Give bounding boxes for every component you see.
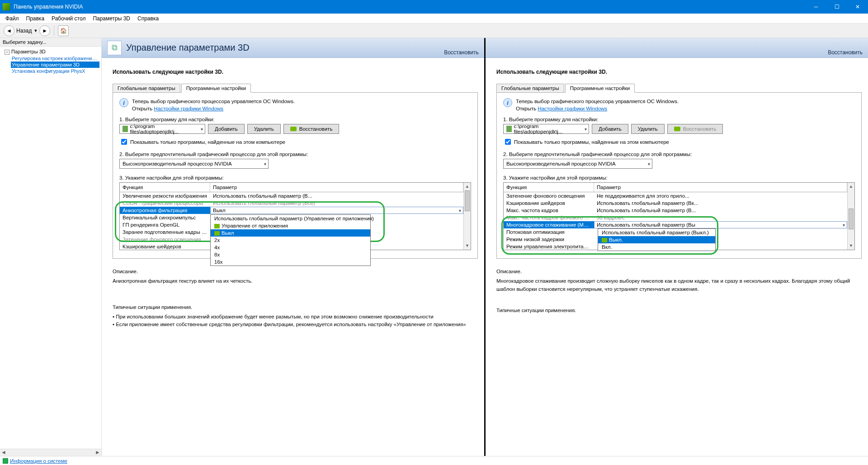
forward-button[interactable]: ►	[39, 25, 50, 36]
dropdown-option[interactable]: 4x	[211, 244, 370, 251]
th-function[interactable]: Функция	[120, 183, 210, 192]
page-header-right: Восстановить	[486, 38, 868, 58]
restore-defaults-link-right[interactable]: Восстановить	[828, 49, 863, 56]
menu-desktop[interactable]: Рабочий стол	[48, 14, 89, 23]
show-only-checkbox-right[interactable]	[505, 139, 511, 145]
windows-graphics-link[interactable]: Настройки графики Windows	[154, 106, 223, 111]
back-dropdown-icon[interactable]: ▼	[33, 28, 38, 33]
dropdown-option[interactable]: Использовать глобальный параметр (Управл…	[211, 215, 370, 222]
description-right: Описание. Многокадровое сглаживание прои…	[496, 268, 862, 314]
show-only-checkbox[interactable]	[121, 139, 127, 145]
menu-3d[interactable]: Параметры 3D	[89, 14, 134, 23]
page-title: Управление параметрами 3D	[126, 43, 250, 53]
main-area: ⧉ Управление параметрами 3D Восстановить…	[102, 38, 868, 456]
sidebar: Выберите задачу... −Параметры 3D Регулир…	[0, 38, 102, 456]
menu-edit[interactable]: Правка	[23, 14, 48, 23]
tab-content-right: i Теперь выбор графического процессора у…	[496, 93, 862, 259]
table-vscroll[interactable]: ▲▼	[463, 183, 471, 250]
dropdown-option[interactable]: Выкл.	[598, 236, 715, 243]
step2-label: 2. Выберите предпочтительный графический…	[119, 152, 471, 157]
minimize-button[interactable]: ─	[806, 0, 826, 14]
statusbar: Информация о системе	[0, 456, 868, 465]
show-only-check-right[interactable]: Показывать только программы, найденные н…	[503, 138, 855, 146]
toolbar: ◄ Назад ▼ ► 🏠	[0, 24, 868, 38]
th-parameter[interactable]: Параметр	[210, 183, 463, 192]
step3-label-right: 3. Укажите настройки для этой программы:	[503, 175, 855, 180]
back-button[interactable]: ◄ Назад ▼	[4, 25, 38, 36]
intro-text: Использовать следующие настройки 3D.	[113, 69, 478, 75]
dropdown-option[interactable]: 2x	[211, 237, 370, 244]
restore-program-button-right[interactable]: Восстановить	[667, 124, 723, 134]
info-text-right: Теперь выбор графического процессора упр…	[516, 98, 679, 112]
tree-collapse-icon[interactable]: −	[5, 50, 9, 55]
tab-program-right[interactable]: Программные настройки	[565, 84, 635, 93]
intro-text-right: Использовать следующие настройки 3D.	[496, 69, 862, 75]
dropdown-option[interactable]: Управление от приложения	[211, 222, 370, 229]
task-tree: −Параметры 3D Регулировка настроек изобр…	[0, 47, 101, 449]
titlebar: Панель управления NVIDIA ─ ☐ ✕	[0, 0, 868, 14]
sidebar-title: Выберите задачу...	[0, 38, 101, 47]
dropdown-option[interactable]: Выкл	[211, 229, 370, 237]
toolbar-separator	[54, 26, 54, 36]
settings-tabs-right: Глобальные параметры Программные настрой…	[496, 83, 862, 93]
home-button[interactable]: 🏠	[58, 25, 69, 36]
tree-item-image-adjust[interactable]: Регулировка настроек изображения с п	[11, 55, 99, 62]
dropdown-option[interactable]: 8x	[211, 251, 370, 258]
mfaa-dropdown[interactable]: Использовать глобальный параметр (Выкл.)…	[598, 228, 716, 251]
tree-root-3d[interactable]: −Параметры 3D	[4, 48, 99, 55]
back-label: Назад	[16, 28, 32, 34]
windows-graphics-link-right[interactable]: Настройки графики Windows	[538, 106, 607, 111]
close-button[interactable]: ✕	[847, 0, 868, 14]
show-only-check[interactable]: Показывать только программы, найденные н…	[119, 138, 471, 146]
table-row[interactable]: CUDA - графические процессорыИспользоват…	[120, 199, 463, 207]
step1-label: 1. Выберите программу для настройки:	[119, 117, 471, 122]
table-header-right: Функция Параметр	[504, 183, 847, 192]
restore-defaults-link[interactable]: Восстановить	[444, 49, 479, 56]
remove-button[interactable]: Удалить	[247, 124, 281, 134]
add-button[interactable]: Добавить	[208, 124, 245, 134]
remove-button-right[interactable]: Удалить	[631, 124, 665, 134]
table-row[interactable]: Макс. частота кадровИспользовать глобаль…	[504, 207, 847, 214]
window-title: Панель управления NVIDIA	[14, 4, 806, 10]
tab-content: i Теперь выбор графического процессора у…	[113, 93, 478, 259]
tab-global-right[interactable]: Глобальные параметры	[496, 84, 564, 93]
settings-tabs: Глобальные параметры Программные настрой…	[113, 83, 478, 93]
th-parameter-right[interactable]: Параметр	[594, 183, 847, 192]
table-vscroll-right[interactable]: ▲▼	[847, 183, 855, 250]
dropdown-option[interactable]: Использовать глобальный параметр (Выкл.)	[598, 229, 715, 236]
sysinfo-icon	[3, 458, 8, 464]
tab-program[interactable]: Программные настройки	[181, 84, 251, 93]
tree-item-manage-3d[interactable]: Управление параметрами 3D	[11, 62, 99, 68]
system-info-link[interactable]: Информация о системе	[10, 458, 67, 464]
info-text: Теперь выбор графического процессора упр…	[132, 98, 295, 112]
table-row[interactable]: Многокадровое сглаживание (MFAA)Использо…	[504, 221, 847, 228]
table-row[interactable]: Увеличение резкости изображенияИспользов…	[120, 192, 463, 199]
tab-global[interactable]: Глобальные параметры	[113, 84, 180, 93]
page-header-icon: ⧉	[107, 41, 122, 55]
menu-help[interactable]: Справка	[134, 14, 162, 23]
sidebar-hscroll[interactable]: ◄►	[0, 449, 101, 456]
tree-item-physx[interactable]: Установка конфигурации PhysX	[11, 68, 99, 74]
description-left: Описание. Анизотропная фильтрация тексту…	[113, 268, 478, 328]
program-combo-right[interactable]: c:\program files\adoptopenjdk\j...	[503, 124, 589, 134]
dropdown-option[interactable]: Вкл.	[598, 243, 715, 251]
program-combo[interactable]: c:\program files\adoptopenjdk\j...	[119, 124, 205, 134]
table-row[interactable]: Затенение фонового освещенияНе поддержив…	[504, 192, 847, 199]
maximize-button[interactable]: ☐	[826, 0, 847, 14]
page-header-left: ⧉ Управление параметрами 3D Восстановить	[102, 38, 484, 58]
info-icon-right: i	[503, 98, 512, 107]
table-row[interactable]: Макс. частота кадров фонового прило...30…	[504, 214, 847, 221]
aniso-dropdown[interactable]: Использовать глобальный параметр (Управл…	[210, 214, 371, 266]
menu-file[interactable]: Файл	[2, 14, 23, 23]
dropdown-option[interactable]: 16x	[211, 258, 370, 266]
info-icon: i	[119, 98, 128, 107]
gpu-combo-right[interactable]: Высокопроизводительный процессор NVIDIA	[503, 159, 652, 169]
table-row[interactable]: Анизотропная фильтрацияВыкл	[120, 207, 463, 214]
add-button-right[interactable]: Добавить	[592, 124, 628, 134]
step3-label: 3. Укажите настройки для этой программы:	[119, 175, 471, 180]
table-row[interactable]: Кэширование шейдеровИспользовать глобаль…	[504, 199, 847, 207]
nvidia-logo-icon	[3, 3, 10, 10]
restore-program-button[interactable]: Восстановить	[283, 124, 340, 134]
gpu-combo[interactable]: Высокопроизводительный процессор NVIDIA	[119, 159, 269, 169]
th-function-right[interactable]: Функция	[504, 183, 594, 192]
